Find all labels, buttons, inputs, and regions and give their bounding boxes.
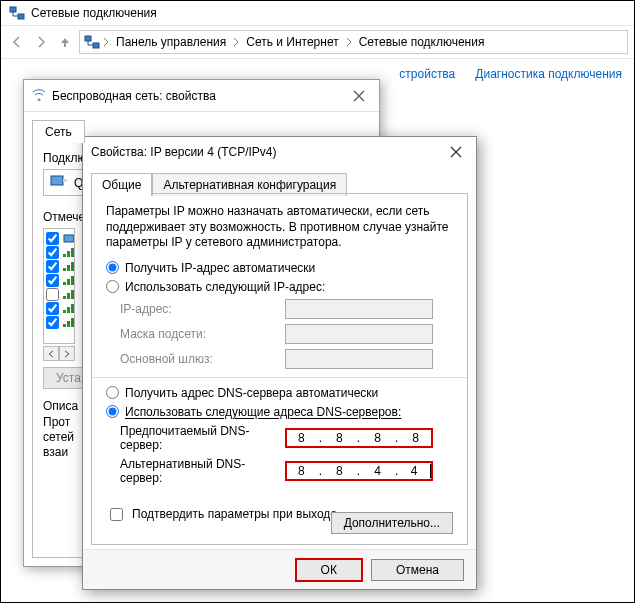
svg-rect-10 [63, 268, 66, 271]
adapter-icon [50, 174, 68, 191]
breadcrumb-item[interactable]: Панель управления [112, 33, 230, 51]
horizontal-scrollbar[interactable] [43, 346, 75, 361]
component-checkbox[interactable] [46, 288, 59, 301]
svg-rect-9 [71, 248, 74, 257]
protocol-icon [63, 261, 75, 273]
protocol-icon [63, 275, 75, 287]
up-arrow-icon[interactable] [55, 32, 75, 52]
component-item[interactable] [46, 260, 72, 273]
network-icon [9, 5, 25, 21]
preferred-dns-label: Предпочитаемый DNS-сервер: [120, 424, 285, 452]
subnet-mask-label: Маска подсети: [120, 327, 285, 341]
svg-rect-5 [63, 179, 67, 182]
protocol-icon [63, 289, 75, 301]
svg-rect-22 [63, 324, 66, 327]
radio-manual-dns-label: Использовать следующие адреса DNS-сервер… [125, 405, 401, 419]
advanced-button[interactable]: Дополнительно... [331, 512, 453, 534]
svg-rect-6 [64, 235, 74, 242]
radio-manual-ip-label: Использовать следующий IP-адрес: [125, 280, 325, 294]
radio-manual-dns[interactable] [106, 405, 119, 418]
validate-on-exit-label: Подтвердить параметры при выходе [132, 507, 337, 521]
svg-rect-17 [67, 293, 70, 299]
alternate-dns-label: Альтернативный DNS-сервер: [120, 457, 285, 485]
svg-rect-4 [51, 176, 63, 185]
breadcrumb-item[interactable]: Сетевые подключения [355, 33, 489, 51]
window-title: Сетевые подключения [31, 6, 157, 20]
back-arrow-icon[interactable] [7, 32, 27, 52]
component-item[interactable] [46, 302, 72, 315]
component-item[interactable] [46, 316, 72, 329]
radio-manual-ip[interactable] [106, 280, 119, 293]
close-icon[interactable] [444, 140, 468, 164]
gateway-input: . . . [285, 349, 433, 369]
gateway-label: Основной шлюз: [120, 352, 285, 366]
ipv4-properties-dialog: Свойства: IP версии 4 (TCP/IPv4) Общие А… [82, 136, 477, 590]
radio-auto-ip-label: Получить IP-адрес автоматически [125, 261, 315, 275]
wifi-icon [32, 87, 46, 104]
dialog-title: Беспроводная сеть: свойства [52, 89, 341, 103]
toolbar-link-diagnostics[interactable]: Диагностика подключения [475, 67, 622, 81]
separator [92, 377, 467, 378]
scroll-right-icon[interactable] [59, 347, 74, 360]
svg-rect-15 [71, 276, 74, 285]
ok-button[interactable]: ОК [295, 558, 363, 582]
component-item[interactable] [46, 274, 72, 287]
close-icon[interactable] [347, 84, 371, 108]
subnet-mask-input: . . . [285, 324, 433, 344]
radio-auto-dns-label: Получить адрес DNS-сервера автоматически [125, 386, 378, 400]
component-checkbox[interactable] [46, 302, 59, 315]
chevron-right-icon [232, 37, 240, 47]
client-icon [63, 233, 75, 245]
chevron-right-icon [102, 37, 110, 47]
breadcrumb[interactable]: Панель управления Сеть и Интернет Сетевы… [79, 30, 628, 54]
svg-rect-3 [93, 43, 99, 48]
svg-rect-11 [67, 265, 70, 271]
protocol-icon [63, 303, 75, 315]
window-titlebar: Сетевые подключения [1, 1, 634, 25]
preferred-dns-input[interactable]: 8. 8. 8. 8 [285, 428, 433, 448]
component-checkbox[interactable] [46, 260, 59, 273]
toolbar-link-devices[interactable]: стройства [399, 67, 455, 81]
component-item[interactable] [46, 246, 72, 259]
svg-rect-0 [10, 7, 16, 12]
protocol-icon [63, 247, 75, 259]
breadcrumb-item[interactable]: Сеть и Интернет [242, 33, 342, 51]
component-checkbox[interactable] [46, 246, 59, 259]
validate-on-exit-checkbox[interactable] [110, 508, 123, 521]
protocol-icon [63, 317, 75, 329]
svg-rect-20 [67, 307, 70, 313]
radio-auto-ip[interactable] [106, 261, 119, 274]
chevron-right-icon [345, 37, 353, 47]
svg-rect-21 [71, 304, 74, 313]
radio-auto-dns[interactable] [106, 386, 119, 399]
svg-rect-2 [85, 36, 91, 41]
svg-rect-19 [63, 310, 66, 313]
scroll-left-icon[interactable] [44, 347, 59, 360]
component-item[interactable] [46, 232, 72, 245]
svg-rect-24 [71, 318, 74, 327]
svg-rect-13 [63, 282, 66, 285]
svg-rect-16 [63, 296, 66, 299]
svg-rect-1 [18, 14, 24, 19]
cancel-button[interactable]: Отмена [371, 559, 464, 581]
tab-general[interactable]: Общие [91, 173, 152, 196]
component-checkbox[interactable] [46, 232, 59, 245]
svg-rect-23 [67, 321, 70, 327]
svg-rect-12 [71, 262, 74, 271]
component-item[interactable] [46, 288, 72, 301]
ip-address-label: IP-адрес: [120, 302, 285, 316]
svg-rect-8 [67, 251, 70, 257]
component-checkbox[interactable] [46, 274, 59, 287]
component-checkbox[interactable] [46, 316, 59, 329]
info-text: Параметры IP можно назначать автоматичес… [106, 204, 453, 251]
svg-rect-18 [71, 290, 74, 299]
dialog-title: Свойства: IP версии 4 (TCP/IPv4) [91, 145, 444, 159]
svg-rect-7 [63, 254, 66, 257]
forward-arrow-icon[interactable] [31, 32, 51, 52]
ip-address-input: . . . [285, 299, 433, 319]
tab-network[interactable]: Сеть [32, 120, 85, 143]
alternate-dns-input[interactable]: 8. 8. 4. 4 [285, 461, 433, 481]
svg-rect-14 [67, 279, 70, 285]
network-icon [84, 34, 100, 50]
